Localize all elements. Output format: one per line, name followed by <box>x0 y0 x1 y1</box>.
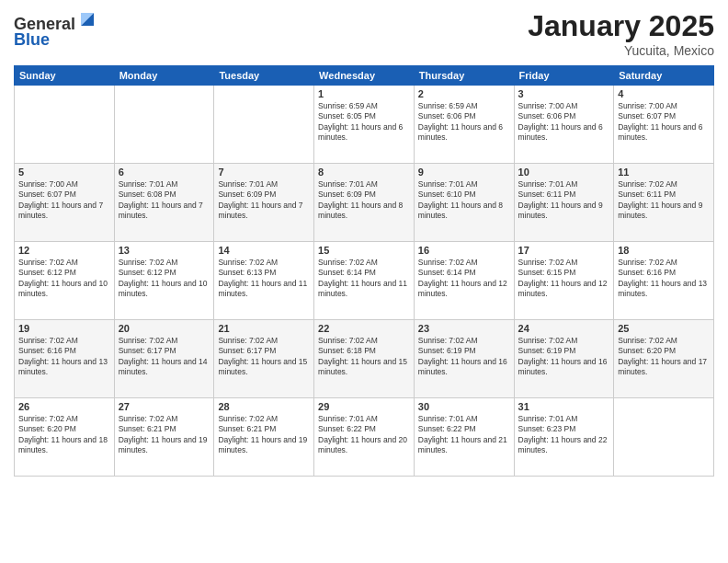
day-number: 17 <box>518 245 610 256</box>
cell-content: Sunrise: 7:02 AM Sunset: 6:18 PM Dayligh… <box>318 336 410 378</box>
week-row-1: 1 Sunrise: 6:59 AM Sunset: 6:05 PM Dayli… <box>15 86 714 164</box>
cell-content: Sunrise: 7:01 AM Sunset: 6:09 PM Dayligh… <box>318 179 410 222</box>
daylight: Daylight: 11 hours and 22 minutes. <box>518 435 610 456</box>
sunrise: Sunrise: 7:02 AM <box>119 414 210 424</box>
day-number: 13 <box>119 245 210 256</box>
cell-content: Sunrise: 7:02 AM Sunset: 6:21 PM Dayligh… <box>218 414 310 456</box>
header: General Blue January 2025 Yucuita, Mexic… <box>14 9 714 58</box>
location: Yucuita, Mexico <box>528 43 714 58</box>
sunrise: Sunrise: 7:00 AM <box>618 101 710 111</box>
cell-content: Sunrise: 7:00 AM Sunset: 6:06 PM Dayligh… <box>518 101 610 144</box>
sunset: Sunset: 6:16 PM <box>18 346 110 356</box>
day-number: 18 <box>618 245 710 256</box>
day-cell: 16 Sunrise: 7:02 AM Sunset: 6:14 PM Dayl… <box>414 242 514 320</box>
day-number: 22 <box>318 323 410 334</box>
sunrise: Sunrise: 6:59 AM <box>418 101 510 111</box>
day-cell <box>15 86 115 164</box>
day-cell: 14 Sunrise: 7:02 AM Sunset: 6:13 PM Dayl… <box>214 242 314 320</box>
sunset: Sunset: 6:15 PM <box>518 268 610 278</box>
sunset: Sunset: 6:10 PM <box>418 190 510 200</box>
daylight: Daylight: 11 hours and 20 minutes. <box>318 435 410 456</box>
day-cell: 17 Sunrise: 7:02 AM Sunset: 6:15 PM Dayl… <box>514 242 614 320</box>
sunset: Sunset: 6:18 PM <box>318 346 410 356</box>
day-cell: 3 Sunrise: 7:00 AM Sunset: 6:06 PM Dayli… <box>514 86 614 164</box>
daylight: Daylight: 11 hours and 19 minutes. <box>119 435 210 456</box>
sunset: Sunset: 6:11 PM <box>618 190 710 200</box>
cell-content: Sunrise: 7:02 AM Sunset: 6:14 PM Dayligh… <box>418 258 510 300</box>
week-row-3: 12 Sunrise: 7:02 AM Sunset: 6:12 PM Dayl… <box>15 242 714 320</box>
cell-content: Sunrise: 7:01 AM Sunset: 6:23 PM Dayligh… <box>518 414 610 456</box>
day-number: 31 <box>518 401 610 412</box>
day-cell: 12 Sunrise: 7:02 AM Sunset: 6:12 PM Dayl… <box>15 242 115 320</box>
sunset: Sunset: 6:06 PM <box>418 111 510 121</box>
day-cell: 28 Sunrise: 7:02 AM Sunset: 6:21 PM Dayl… <box>214 398 314 477</box>
sunrise: Sunrise: 7:01 AM <box>418 414 510 424</box>
sunrise: Sunrise: 7:02 AM <box>119 258 210 268</box>
daylight: Daylight: 11 hours and 6 minutes. <box>418 122 510 144</box>
day-cell: 7 Sunrise: 7:01 AM Sunset: 6:09 PM Dayli… <box>214 164 314 242</box>
sunrise: Sunrise: 6:59 AM <box>318 101 410 111</box>
day-number: 8 <box>318 167 410 178</box>
sunrise: Sunrise: 7:01 AM <box>518 414 610 424</box>
cell-content: Sunrise: 7:02 AM Sunset: 6:13 PM Dayligh… <box>218 258 310 300</box>
day-cell: 19 Sunrise: 7:02 AM Sunset: 6:16 PM Dayl… <box>15 320 115 398</box>
weekday-header-tuesday: Tuesday <box>214 66 314 86</box>
daylight: Daylight: 11 hours and 8 minutes. <box>318 201 410 222</box>
logo: General Blue <box>14 9 97 50</box>
cell-content: Sunrise: 7:01 AM Sunset: 6:08 PM Dayligh… <box>119 179 210 222</box>
cell-content: Sunrise: 7:02 AM Sunset: 6:17 PM Dayligh… <box>218 336 310 378</box>
cell-content: Sunrise: 7:01 AM Sunset: 6:10 PM Dayligh… <box>418 179 510 222</box>
day-number: 9 <box>418 167 510 178</box>
cell-content: Sunrise: 7:02 AM Sunset: 6:14 PM Dayligh… <box>318 258 410 300</box>
day-number: 21 <box>218 323 310 334</box>
day-number: 28 <box>218 401 310 412</box>
day-cell: 5 Sunrise: 7:00 AM Sunset: 6:07 PM Dayli… <box>15 164 115 242</box>
sunset: Sunset: 6:14 PM <box>318 268 410 278</box>
sunset: Sunset: 6:11 PM <box>518 190 610 200</box>
daylight: Daylight: 11 hours and 11 minutes. <box>218 279 310 300</box>
daylight: Daylight: 11 hours and 16 minutes. <box>418 357 510 378</box>
page: General Blue January 2025 Yucuita, Mexic… <box>0 0 728 563</box>
day-cell: 10 Sunrise: 7:01 AM Sunset: 6:11 PM Dayl… <box>514 164 614 242</box>
daylight: Daylight: 11 hours and 21 minutes. <box>418 435 510 456</box>
sunrise: Sunrise: 7:02 AM <box>618 179 710 190</box>
day-number: 25 <box>618 323 710 334</box>
daylight: Daylight: 11 hours and 16 minutes. <box>518 357 610 378</box>
day-number: 3 <box>518 88 610 99</box>
sunrise: Sunrise: 7:02 AM <box>418 336 510 346</box>
day-number: 29 <box>318 401 410 412</box>
daylight: Daylight: 11 hours and 6 minutes. <box>518 122 610 144</box>
day-cell <box>214 86 314 164</box>
sunrise: Sunrise: 7:02 AM <box>618 336 710 346</box>
sunset: Sunset: 6:23 PM <box>518 424 610 434</box>
sunrise: Sunrise: 7:02 AM <box>18 258 110 268</box>
day-cell: 11 Sunrise: 7:02 AM Sunset: 6:11 PM Dayl… <box>614 164 714 242</box>
sunset: Sunset: 6:17 PM <box>119 346 210 356</box>
month-title: January 2025 <box>528 9 714 43</box>
sunrise: Sunrise: 7:02 AM <box>518 336 610 346</box>
day-number: 16 <box>418 245 510 256</box>
sunrise: Sunrise: 7:02 AM <box>18 336 110 346</box>
day-number: 14 <box>218 245 310 256</box>
sunset: Sunset: 6:06 PM <box>518 111 610 121</box>
day-cell: 31 Sunrise: 7:01 AM Sunset: 6:23 PM Dayl… <box>514 398 614 477</box>
cell-content: Sunrise: 7:02 AM Sunset: 6:12 PM Dayligh… <box>119 258 210 300</box>
day-number: 15 <box>318 245 410 256</box>
cell-content: Sunrise: 7:01 AM Sunset: 6:09 PM Dayligh… <box>218 179 310 222</box>
cell-content: Sunrise: 7:02 AM Sunset: 6:15 PM Dayligh… <box>518 258 610 300</box>
day-number: 24 <box>518 323 610 334</box>
daylight: Daylight: 11 hours and 10 minutes. <box>119 279 210 300</box>
sunrise: Sunrise: 7:02 AM <box>218 414 310 424</box>
sunrise: Sunrise: 7:02 AM <box>318 336 410 346</box>
day-number: 23 <box>418 323 510 334</box>
weekday-header-friday: Friday <box>514 66 614 86</box>
sunrise: Sunrise: 7:02 AM <box>218 258 310 268</box>
sunrise: Sunrise: 7:02 AM <box>618 258 710 268</box>
day-number: 20 <box>119 323 210 334</box>
daylight: Daylight: 11 hours and 11 minutes. <box>318 279 410 300</box>
daylight: Daylight: 11 hours and 7 minutes. <box>218 201 310 222</box>
day-cell: 29 Sunrise: 7:01 AM Sunset: 6:22 PM Dayl… <box>314 398 415 477</box>
day-cell: 4 Sunrise: 7:00 AM Sunset: 6:07 PM Dayli… <box>614 86 714 164</box>
daylight: Daylight: 11 hours and 9 minutes. <box>618 201 710 222</box>
daylight: Daylight: 11 hours and 6 minutes. <box>318 122 410 144</box>
